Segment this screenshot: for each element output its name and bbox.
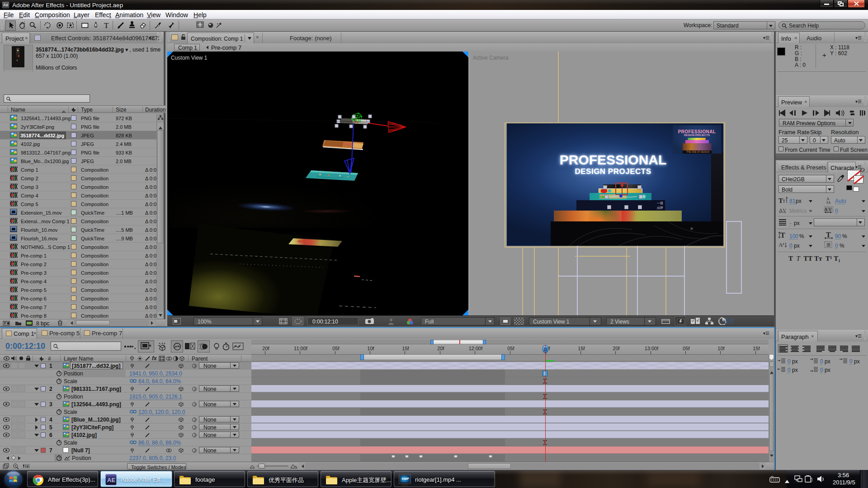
svg-text:a: a: [783, 242, 784, 246]
svg-text:IA: IA: [826, 200, 831, 204]
svg-text:T: T: [783, 199, 785, 204]
svg-text:T: T: [104, 21, 109, 30]
svg-text:T: T: [826, 231, 831, 239]
svg-text:团: 团: [826, 243, 830, 247]
svg-text:V: V: [828, 206, 832, 212]
svg-text:A: A: [824, 206, 828, 212]
svg-text:T: T: [780, 231, 785, 239]
